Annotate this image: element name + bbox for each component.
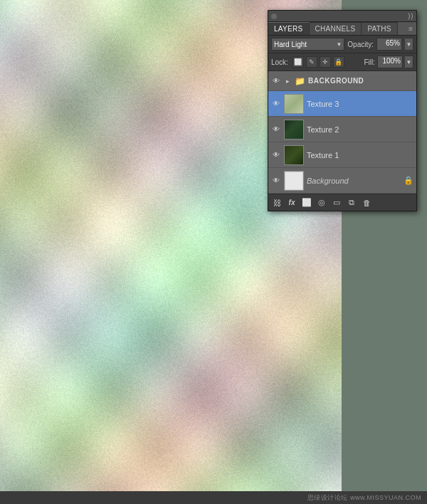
panel-tabs: LAYERS CHANNELS PATHS ≡ — [268, 22, 416, 36]
panel-menu-icon[interactable]: ≡ — [405, 23, 416, 35]
delete-layer-icon[interactable]: 🗑 — [361, 197, 372, 209]
panel-toolbar: ⛓ fx ⬜ ◎ ▭ ⧉ 🗑 — [268, 194, 416, 211]
lock-row: Lock: ⬜ ✎ ✛ 🔒 Fill: 100% ▼ — [268, 53, 416, 71]
layer-row-background[interactable]: 👁 Background 🔒 — [268, 168, 416, 194]
layer-row-texture3[interactable]: 👁 Texture 3 — [268, 91, 416, 117]
tab-paths[interactable]: PATHS — [362, 22, 397, 35]
opacity-label: Opacity: — [347, 41, 374, 48]
folder-icon: 📁 — [294, 76, 305, 86]
tab-channels[interactable]: CHANNELS — [310, 22, 362, 35]
opacity-arrow-icon[interactable]: ▼ — [405, 38, 413, 51]
link-layers-icon[interactable]: ⛓ — [271, 197, 283, 209]
tab-layers[interactable]: LAYERS — [268, 22, 310, 35]
watermark-text: 思绿设计论坛 www.MISSYUAN.COM — [307, 493, 421, 503]
group-name: BACKGROUND — [308, 77, 364, 85]
blend-mode-arrow-icon: ▼ — [336, 41, 342, 48]
texture2-visibility-icon[interactable]: 👁 — [271, 125, 281, 135]
fx-icon[interactable]: fx — [286, 197, 297, 209]
new-layer-icon[interactable]: ⧉ — [346, 197, 357, 209]
bottom-bar: 思绿设计论坛 www.MISSYUAN.COM — [0, 491, 427, 504]
lock-icons: ⬜ ✎ ✛ 🔒 — [292, 56, 344, 68]
blend-mode-select[interactable]: Hard Light ▼ — [271, 38, 344, 51]
texture1-name: Texture 1 — [307, 151, 339, 159]
lock-all-icon[interactable]: 🔒 — [333, 56, 344, 68]
texture3-name: Texture 3 — [307, 100, 339, 108]
panel-title-bar: ⟩⟩ — [268, 11, 416, 22]
opacity-input[interactable]: 65% — [376, 38, 402, 51]
lock-transparency-icon[interactable]: ⬜ — [292, 56, 304, 68]
texture1-visibility-icon[interactable]: 👁 — [271, 150, 281, 160]
texture1-thumbnail — [284, 145, 304, 165]
group-visibility-icon[interactable]: 👁 — [271, 76, 281, 86]
background-name: Background — [307, 177, 349, 185]
lock-label: Lock: — [271, 58, 288, 66]
texture2-thumbnail — [284, 120, 304, 140]
fill-label: Fill: — [364, 58, 375, 66]
group-collapse-icon[interactable]: ▸ — [284, 78, 291, 85]
blend-mode-value: Hard Light — [274, 41, 307, 48]
texture3-visibility-icon[interactable]: 👁 — [271, 99, 281, 109]
background-thumbnail — [284, 171, 304, 191]
blend-mode-row: Hard Light ▼ Opacity: 65% ▼ — [268, 36, 416, 53]
layers-panel: ⟩⟩ LAYERS CHANNELS PATHS ≡ Hard Light ▼ … — [268, 10, 417, 211]
fill-input[interactable]: 100% — [377, 56, 403, 68]
group-layers-icon[interactable]: ▭ — [331, 197, 342, 209]
group-row[interactable]: 👁 ▸ 📁 BACKGROUND — [268, 71, 416, 91]
lock-paint-icon[interactable]: ✎ — [306, 56, 317, 68]
adjustment-icon[interactable]: ◎ — [316, 197, 327, 209]
panel-collapse-icon[interactable]: ⟩⟩ — [408, 12, 413, 20]
panel-controls — [271, 14, 277, 19]
background-visibility-icon[interactable]: 👁 — [271, 176, 281, 186]
background-lock-icon: 🔒 — [404, 176, 413, 185]
add-mask-icon[interactable]: ⬜ — [301, 197, 312, 209]
layer-row-texture1[interactable]: 👁 Texture 1 — [268, 142, 416, 168]
panel-dot — [271, 14, 277, 19]
fill-section: Fill: 100% ▼ — [364, 56, 413, 68]
layer-list: 👁 ▸ 📁 BACKGROUND 👁 Texture 3 👁 Texture 2… — [268, 71, 416, 194]
texture3-thumbnail — [284, 94, 304, 114]
lock-move-icon[interactable]: ✛ — [320, 56, 331, 68]
layer-row-texture2[interactable]: 👁 Texture 2 — [268, 117, 416, 142]
texture2-name: Texture 2 — [307, 125, 339, 134]
fill-arrow-icon[interactable]: ▼ — [405, 56, 413, 68]
